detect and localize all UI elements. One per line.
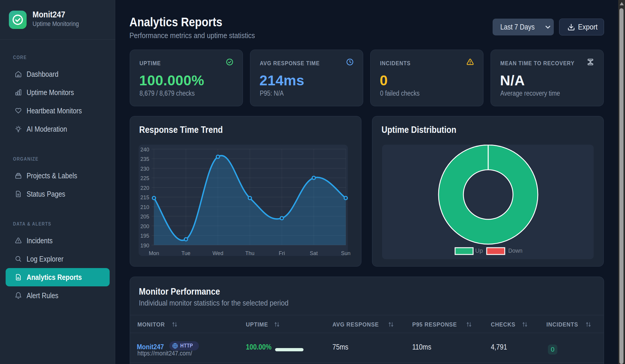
svg-text:190: 190 <box>140 243 149 249</box>
svg-text:230: 230 <box>140 166 149 172</box>
svg-text:235: 235 <box>140 156 149 162</box>
svg-text:Sat: Sat <box>310 250 318 256</box>
svg-text:Up: Up <box>475 247 483 254</box>
svg-text:Tue: Tue <box>181 250 190 256</box>
svg-text:Down: Down <box>508 247 522 254</box>
svg-text:225: 225 <box>140 175 149 181</box>
svg-text:Fri: Fri <box>279 250 285 256</box>
svg-text:210: 210 <box>140 204 149 210</box>
svg-text:Mon: Mon <box>149 250 159 256</box>
svg-text:195: 195 <box>140 233 149 239</box>
svg-text:Wed: Wed <box>212 250 223 256</box>
svg-text:205: 205 <box>140 214 149 220</box>
svg-text:215: 215 <box>140 195 149 200</box>
svg-text:200: 200 <box>140 223 149 229</box>
svg-text:240: 240 <box>140 147 149 153</box>
svg-text:Sun: Sun <box>341 250 350 256</box>
svg-text:220: 220 <box>140 185 149 191</box>
svg-text:Thu: Thu <box>245 250 254 256</box>
